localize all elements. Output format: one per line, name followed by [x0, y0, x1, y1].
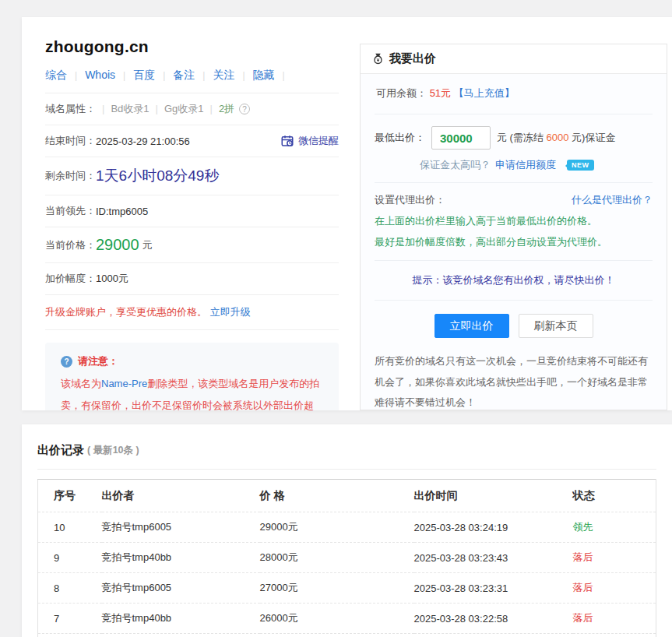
- cell-price: 26000元: [260, 604, 414, 634]
- remaining-time-row: 剩余时间： 1天6小时08分49秒: [45, 157, 339, 195]
- column-header: 状态: [573, 480, 656, 512]
- divider: |: [123, 70, 125, 81]
- cell-sequence: 7: [38, 604, 102, 634]
- leader-value: ID:tmp6005: [96, 206, 148, 217]
- current-leader-row: 当前领先： ID:tmp6005: [45, 195, 339, 227]
- cell-bidder: 竞拍号tmp40bb: [102, 604, 260, 634]
- refresh-page-button[interactable]: 刷新本页: [519, 314, 593, 338]
- auction-detail-card: zhougong.cn 综合|Whois|百度|备注|关注|隐藏| 域名属性： …: [22, 17, 672, 410]
- notice-pre-text: 该域名为: [61, 378, 101, 389]
- name-pre-link[interactable]: Name-Pre: [101, 378, 147, 389]
- money-bag-icon: [371, 52, 385, 65]
- domain-nav-link[interactable]: Whois: [85, 69, 115, 81]
- upgrade-text: 升级金牌账户，享受更优惠的价格。: [45, 306, 207, 318]
- table-header-row: 序号出价者价 格出价时间状态: [38, 480, 656, 512]
- domain-nav-link[interactable]: 关注: [213, 69, 234, 81]
- notice-text: 该域名为Name-Pre删除类型，该类型域名是用户发布的拍卖，有保留价，出价不足…: [61, 373, 323, 410]
- cell-sequence: 10: [38, 512, 102, 543]
- bid-panel: 我要出价 可用余额： 51元 【马上充值】 最低出价： 元 (需冻结 6000 …: [360, 44, 667, 410]
- credit-limit-link[interactable]: 申请信用额度: [495, 158, 556, 172]
- domain-nav: 综合|Whois|百度|备注|关注|隐藏|: [45, 69, 339, 93]
- cell-sequence: 8: [38, 573, 102, 604]
- notice-box: ? 请注意： 该域名为Name-Pre删除类型，该类型域名是用户发布的拍卖，有保…: [45, 343, 339, 410]
- remaining-time-label: 剩余时间：: [45, 169, 96, 183]
- remaining-time-value: 1天6小时08分49秒: [96, 166, 219, 186]
- upgrade-banner: 升级金牌账户，享受更优惠的价格。 立即升级: [45, 295, 339, 330]
- frozen-prefix: 元 (需冻结: [497, 132, 547, 143]
- proxy-bid-label: 设置代理出价：: [375, 193, 445, 207]
- increment-value: 1000元: [96, 272, 128, 286]
- proxy-bid-section: 设置代理出价： 什么是代理出价？ 在上面的出价栏里输入高于当前最低出价的价格。 …: [375, 183, 653, 261]
- end-time-value: 2025-03-29 21:00:56: [96, 135, 190, 147]
- recharge-link[interactable]: 【马上充值】: [454, 87, 515, 99]
- nav-item: 隐藏|: [253, 69, 288, 81]
- attribute-value: Bd收录1: [111, 103, 149, 114]
- cell-time: 2025-03-28 03:22:58: [414, 604, 573, 634]
- increment-label: 加价幅度：: [45, 272, 96, 286]
- bid-amount-input[interactable]: [431, 126, 491, 150]
- min-bid-suffix: 元 (需冻结 6000 元)保证金: [497, 131, 615, 145]
- domain-nav-link[interactable]: 隐藏: [253, 69, 275, 81]
- proxy-tip-2: 最好是加价幅度倍数，高出部分自动设置为代理价。: [375, 235, 653, 249]
- current-price-row: 当前价格： 29000 元: [45, 227, 339, 263]
- domain-nav-link[interactable]: 备注: [173, 69, 195, 81]
- cell-price: 28000元: [260, 543, 414, 573]
- divider: |: [202, 70, 205, 81]
- status-badge: 领先: [573, 521, 593, 533]
- price-unit: 元: [142, 238, 153, 252]
- attribute-value: Gg收录1: [164, 103, 204, 114]
- calendar-clock-icon: [280, 134, 294, 148]
- divider: |: [102, 103, 104, 114]
- domain-attribute: |2拼: [204, 102, 235, 116]
- bid-panel-header: 我要出价: [361, 44, 667, 74]
- bid-hint: 提示：该竞价域名您有出价权，请尽快出价！: [375, 261, 653, 301]
- divider: |: [163, 70, 165, 81]
- new-badge: NEW: [567, 160, 594, 171]
- nav-item: Whois|: [85, 69, 128, 81]
- page-title: zhougong.cn: [45, 37, 339, 56]
- bid-panel-title: 我要出价: [389, 51, 436, 66]
- min-bid-section: 最低出价： 元 (需冻结 6000 元)保证金 保证金太高吗？ 申请信用额度 N…: [375, 114, 653, 183]
- frozen-amount: 6000: [547, 132, 569, 143]
- records-title: 出价记录: [37, 443, 84, 458]
- frozen-suffix: 元)保证金: [568, 132, 615, 143]
- cell-bidder: 竞拍号tmp40bb: [102, 543, 260, 573]
- divider: |: [283, 70, 285, 81]
- domain-nav-link[interactable]: 百度: [133, 69, 155, 81]
- table-row: 8 竞拍号tmp6005 27000元 2025-03-28 03:23:31 …: [38, 573, 656, 604]
- bid-footer-text: 所有竞价的域名只有这一次机会，一旦竞价结束将不可能还有机会了，如果你喜欢此域名就…: [375, 348, 653, 410]
- help-icon[interactable]: ?: [239, 104, 250, 114]
- column-header: 价 格: [260, 480, 414, 512]
- cell-bidder: 竞拍号tmp6005: [102, 573, 260, 604]
- cell-time: 2025-03-28 03:23:43: [414, 543, 573, 573]
- notice-title: 请注意：: [78, 354, 118, 368]
- column-header: 序号: [38, 480, 102, 512]
- table-row: 6 竞拍号tmp6005 25000元 2025-03-28 03:22:44 …: [38, 634, 656, 637]
- price-label: 当前价格：: [45, 238, 96, 252]
- table-row: 9 竞拍号tmp40bb 28000元 2025-03-28 03:23:43 …: [38, 543, 656, 573]
- cell-bidder: 竞拍号tmp6005: [102, 512, 260, 543]
- upgrade-now-link[interactable]: 立即升级: [210, 306, 251, 318]
- divider: |: [242, 70, 245, 81]
- cell-sequence: 6: [38, 634, 102, 637]
- nav-item: 综合|: [45, 69, 80, 81]
- min-bid-label: 最低出价：: [375, 131, 425, 145]
- status-badge: 落后: [573, 612, 593, 624]
- bid-records-table: 序号出价者价 格出价时间状态 10 竞拍号tmp6005 29000元 2025…: [37, 479, 656, 637]
- balance-label: 可用余额：: [376, 87, 427, 99]
- records-subtitle: ( 最新10条 ): [87, 444, 139, 457]
- cell-time: 2025-03-28 03:23:31: [414, 573, 573, 604]
- wechat-reminder-label: 微信提醒: [298, 134, 339, 148]
- price-value: 29000: [96, 236, 139, 254]
- what-is-proxy-link[interactable]: 什么是代理出价？: [572, 193, 653, 207]
- nav-item: 关注|: [213, 69, 248, 81]
- cell-price: 29000元: [260, 512, 414, 543]
- status-badge: 落后: [573, 551, 593, 563]
- divider: |: [156, 103, 158, 114]
- column-header: 出价时间: [414, 480, 573, 512]
- wechat-reminder-button[interactable]: 微信提醒: [280, 134, 339, 148]
- domain-nav-link[interactable]: 综合: [45, 69, 67, 81]
- cell-time: 2025-03-28 03:24:19: [414, 512, 573, 543]
- bid-now-button[interactable]: 立即出价: [435, 314, 509, 338]
- status-badge: 落后: [573, 582, 593, 593]
